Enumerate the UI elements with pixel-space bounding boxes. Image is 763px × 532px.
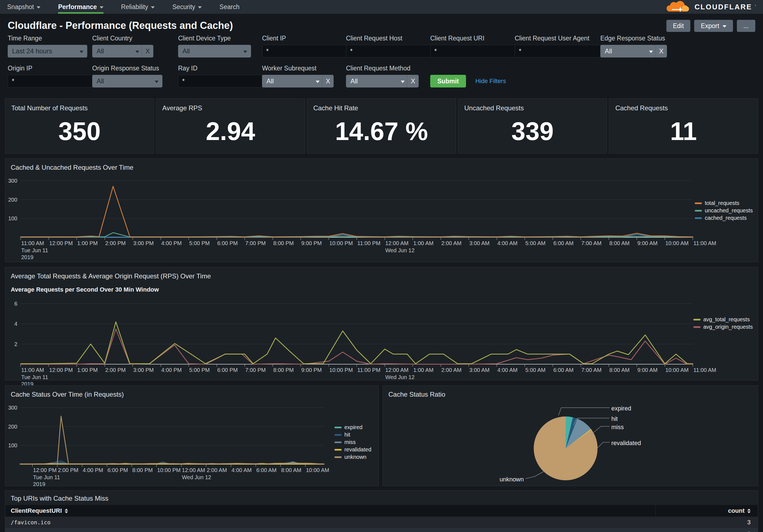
cell-clientrequesturi[interactable]: / [5, 531, 655, 532]
chevron-down-icon [79, 50, 83, 53]
nav-item-search[interactable]: Search [219, 0, 240, 14]
svg-text:Tue Jun 11: Tue Jun 11 [21, 247, 48, 253]
chevron-down-icon [198, 6, 202, 9]
filter-field-origin-response-status: Origin Response StatusAll [92, 65, 163, 87]
table-header-row: ClientRequestURI count [5, 505, 758, 517]
stat-value: 11 [609, 109, 758, 153]
svg-text:10:00 PM: 10:00 PM [329, 240, 353, 246]
filter-input-client-request-host[interactable] [346, 45, 436, 57]
filter-control: All [92, 75, 163, 87]
chevron-down-icon [243, 50, 247, 53]
filter-select-origin-response-status[interactable]: All [92, 75, 163, 87]
edit-button[interactable]: Edit [666, 20, 691, 32]
more-button[interactable]: ... [737, 20, 755, 32]
svg-text:5:00 PM: 5:00 PM [189, 367, 210, 373]
filter-control [178, 75, 259, 87]
filter-select-worker-subrequest[interactable]: All [262, 75, 323, 87]
stat-panel-total-number-of-requests: Total Number of Requests350 [5, 99, 154, 153]
filter-select-edge-response-status[interactable]: All [600, 45, 657, 57]
filter-bar: Time RangeLast 24 hoursClient CountryAll… [0, 32, 763, 87]
filter-control: AllX [346, 75, 419, 87]
table-row[interactable]: /favicon.ico3 [5, 517, 758, 528]
svg-text:4:00 AM: 4:00 AM [497, 367, 517, 373]
cell-clientrequesturi[interactable]: /favicon.ico [5, 519, 655, 526]
filter-input-origin-ip[interactable] [8, 75, 97, 87]
svg-text:11:00 AM: 11:00 AM [693, 240, 716, 246]
pie-label-unknown: unknown [488, 476, 524, 483]
svg-text:12:00 AM: 12:00 AM [385, 367, 409, 373]
svg-text:12:00 PM: 12:00 PM [49, 367, 73, 373]
submit-button[interactable]: Submit [430, 75, 466, 87]
filter-field-client-country: Client CountryAllX [92, 35, 153, 57]
select-value: All [262, 77, 316, 85]
legend-label: miss [344, 439, 356, 445]
select-value: All [346, 77, 401, 85]
nav-item-snapshot[interactable]: Snapshot [7, 0, 41, 14]
legend-swatch [334, 456, 342, 458]
cloudflare-logo: CLOUDFLARE’ [665, 0, 756, 14]
legend-swatch [334, 434, 342, 436]
column-header-clientrequesturi[interactable]: ClientRequestURI [5, 507, 655, 514]
column-header-count[interactable]: count [655, 505, 758, 517]
legend-swatch [334, 427, 342, 428]
filter-label: Client Device Type [178, 35, 251, 42]
filter-field-edge-response-status: Edge Response StatusAllX [600, 35, 667, 57]
chart-panel-requests-over-time: Cached & Uncached Requests Over Time 100… [5, 158, 758, 262]
filter-select-time-range[interactable]: Last 24 hours [8, 45, 87, 57]
filter-input-client-ip[interactable] [262, 45, 352, 57]
filter-select-client-request-method[interactable]: All [346, 75, 408, 87]
svg-text:11:00 PM: 11:00 PM [357, 240, 381, 246]
chevron-down-icon [100, 6, 103, 9]
svg-text:2:00 AM: 2:00 AM [441, 240, 461, 246]
svg-text:9:00 PM: 9:00 PM [301, 240, 322, 246]
svg-text:10:00 PM: 10:00 PM [329, 367, 353, 373]
clear-filter-button[interactable]: X [322, 75, 334, 87]
svg-text:8:00 PM: 8:00 PM [273, 240, 294, 246]
export-button[interactable]: Export [694, 20, 733, 32]
svg-text:4:00 PM: 4:00 PM [161, 367, 182, 373]
filter-label: Time Range [8, 35, 87, 42]
svg-text:12:00 AM: 12:00 AM [182, 467, 205, 473]
brand-trademark: ’ [755, 4, 756, 9]
svg-text:12:00 AM: 12:00 AM [385, 240, 409, 246]
filter-label: Client Request Host [346, 35, 429, 42]
brand-text: CLOUDFLARE [695, 3, 752, 11]
filter-input-client-request-user-agent[interactable] [515, 45, 604, 57]
filter-select-client-country[interactable]: All [92, 45, 143, 57]
filter-label: Edge Response Status [600, 35, 667, 42]
svg-text:100: 100 [8, 442, 17, 448]
svg-text:3:00 AM: 3:00 AM [469, 367, 490, 373]
filter-input-client-request-uri[interactable] [430, 45, 520, 57]
svg-text:6:00 PM: 6:00 PM [107, 467, 128, 473]
filter-field-origin-ip: Origin IP [8, 65, 87, 87]
hide-filters-link[interactable]: Hide Filters [475, 75, 506, 87]
submit-wrap: Submit [430, 75, 466, 87]
pie-label-miss: miss [611, 424, 624, 431]
filter-control: AllX [600, 45, 667, 57]
nav-item-reliability[interactable]: Reliability [121, 0, 155, 14]
svg-text:6: 6 [14, 301, 17, 307]
legend-label: hit [344, 432, 350, 438]
table-row[interactable]: /2 [5, 528, 758, 532]
nav-item-label: Search [219, 3, 240, 11]
filter-select-client-device-type[interactable]: All [178, 45, 251, 57]
svg-text:1:00 PM: 1:00 PM [77, 240, 98, 246]
clear-filter-button[interactable]: X [142, 45, 153, 57]
svg-text:11:00 AM: 11:00 AM [693, 367, 716, 373]
svg-text:9:00 PM: 9:00 PM [301, 367, 322, 373]
page-header: Cloudflare - Performance (Requests and C… [0, 14, 763, 32]
svg-text:6:00 AM: 6:00 AM [553, 367, 573, 373]
filter-input-ray-id[interactable] [178, 75, 268, 87]
svg-text:4: 4 [14, 321, 17, 327]
svg-text:1:00 AM: 1:00 AM [413, 240, 434, 246]
chart-title: Average Total Requests & Average Origin … [5, 267, 758, 280]
legend-item-unknown: unknown [334, 454, 371, 460]
svg-text:4:00 PM: 4:00 PM [82, 467, 103, 473]
clear-filter-button[interactable]: X [407, 75, 419, 87]
clear-filter-button[interactable]: X [655, 45, 667, 57]
nav-item-performance[interactable]: Performance [58, 0, 103, 14]
chart-title: Cached & Uncached Requests Over Time [5, 159, 758, 171]
nav-item-security[interactable]: Security [172, 0, 202, 14]
svg-text:8:00 PM: 8:00 PM [273, 367, 294, 373]
legend-swatch [693, 326, 701, 328]
